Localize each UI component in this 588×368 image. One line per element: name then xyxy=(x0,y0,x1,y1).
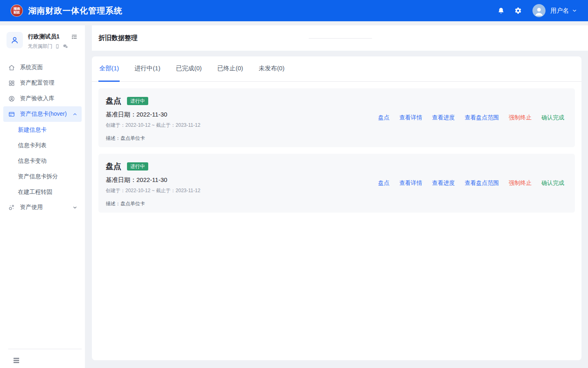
brand: 湖南 财政 湖南财政一体化管理系统 xyxy=(11,4,122,17)
task-card-info: 盘点 进行中 基准日期：2022-11-30 创建于：2022-10-12 ~ … xyxy=(106,96,200,140)
grid-icon xyxy=(8,80,15,87)
sidebar-item-asset-info-card[interactable]: 资产信息卡(hover) xyxy=(3,106,82,122)
sidebar-item-label: 资产使用 xyxy=(20,204,43,211)
action-view-details-link[interactable]: 查看详情 xyxy=(399,180,422,187)
sidebar-user-name: 行政测试员1 xyxy=(28,33,69,40)
submenu-item-info-card-split[interactable]: 资产信息卡拆分 xyxy=(0,168,85,184)
task-card-title: 盘点 xyxy=(106,161,121,172)
app-title: 湖南财政一体化管理系统 xyxy=(28,5,122,16)
task-card: 盘点 进行中 基准日期：2022-11-30 创建于：2022-10-12 ~ … xyxy=(98,154,575,213)
sidebar-user-dept-row: 无所属部门 xyxy=(28,43,69,50)
submenu-item-construction-transfer[interactable]: 在建工程转固 xyxy=(0,184,85,200)
sidebar-divider xyxy=(8,349,82,349)
submenu-item-new-info-card[interactable]: 新建信息卡 xyxy=(0,122,85,137)
task-card-list: 盘点 进行中 基准日期：2022-11-30 创建于：2022-10-12 ~ … xyxy=(92,82,581,226)
date-range: 创建于：2022-10-12 ~ 截止于：2023-11-12 xyxy=(106,187,200,194)
sidebar-submenu: 新建信息卡 信息卡列表 信息卡变动 资产信息卡拆分 在建工程转固 xyxy=(0,122,85,200)
logo-text-line1: 湖南 xyxy=(13,7,20,11)
status-tabs: 全部(1) 进行中(1) 已完成(0) 已终止(0) 未发布(0) xyxy=(92,56,581,82)
base-date: 基准日期：2022-11-30 xyxy=(106,111,200,119)
sidebar-collapse-hamburger-icon[interactable] xyxy=(13,358,19,364)
submenu-item-info-card-change[interactable]: 信息卡变动 xyxy=(0,153,85,168)
sidebar-item-label: 资产验收入库 xyxy=(20,95,54,102)
chevron-up-icon xyxy=(72,112,78,117)
sidebar-user-avatar-icon xyxy=(7,32,23,48)
action-confirm-complete-link[interactable]: 确认完成 xyxy=(541,114,564,121)
titlebar-divider xyxy=(309,38,372,39)
task-card: 盘点 进行中 基准日期：2022-11-30 创建于：2022-10-12 ~ … xyxy=(98,88,575,147)
sidebar-item-asset-config[interactable]: 资产配置管理 xyxy=(3,75,82,91)
tab-terminated[interactable]: 已终止(0) xyxy=(216,56,244,82)
action-view-progress-link[interactable]: 查看进度 xyxy=(432,180,455,187)
task-description: 描述：盘点单位卡 xyxy=(106,135,200,142)
action-view-scope-link[interactable]: 查看盘点范围 xyxy=(465,114,499,121)
wechat-icon xyxy=(62,43,69,49)
sidebar-item-label: 资产信息卡(hover) xyxy=(20,110,67,118)
action-force-terminate-link[interactable]: 强制终止 xyxy=(509,114,532,121)
mobile-phone-icon xyxy=(55,44,60,49)
notification-bell-icon[interactable] xyxy=(497,7,505,14)
dots-cluster-icon xyxy=(8,204,15,211)
top-header: 湖南 财政 湖南财政一体化管理系统 用户名 xyxy=(0,0,588,21)
chevron-down-icon[interactable] xyxy=(572,8,577,13)
task-card-title-row: 盘点 进行中 xyxy=(106,161,200,172)
sidebar: 行政测试员1 无所属部门 系统页面 xyxy=(0,25,85,368)
main-panel: 全部(1) 进行中(1) 已完成(0) 已终止(0) 未发布(0) 盘点 进行中… xyxy=(92,56,581,360)
sidebar-item-asset-usage[interactable]: 资产使用 xyxy=(3,200,82,215)
submenu-item-info-card-list[interactable]: 信息卡列表 xyxy=(0,137,85,153)
card-icon xyxy=(8,111,15,118)
action-view-scope-link[interactable]: 查看盘点范围 xyxy=(465,180,499,187)
sidebar-user-card: 行政测试员1 无所属部门 xyxy=(0,25,85,52)
sidebar-item-label: 系统页面 xyxy=(20,64,43,71)
page-title: 折旧数据整理 xyxy=(98,34,138,43)
action-view-details-link[interactable]: 查看详情 xyxy=(399,114,422,121)
tab-all[interactable]: 全部(1) xyxy=(98,56,120,82)
home-icon xyxy=(8,64,15,71)
org-list-icon[interactable] xyxy=(71,34,78,40)
topbar-right: 用户名 xyxy=(497,4,577,17)
action-force-terminate-link[interactable]: 强制终止 xyxy=(509,180,532,187)
sidebar-item-asset-acceptance[interactable]: 资产验收入库 xyxy=(3,91,82,106)
action-inventory-link[interactable]: 盘点 xyxy=(378,180,390,187)
tab-in-progress[interactable]: 进行中(1) xyxy=(134,56,161,82)
task-card-title: 盘点 xyxy=(106,96,121,106)
tab-completed[interactable]: 已完成(0) xyxy=(175,56,203,82)
app-logo-seal-icon: 湖南 财政 xyxy=(11,4,23,17)
task-card-info: 盘点 进行中 基准日期：2022-11-30 创建于：2022-10-12 ~ … xyxy=(106,161,200,205)
chevron-down-icon xyxy=(72,205,78,210)
status-badge: 进行中 xyxy=(127,97,148,105)
page-title-bar: 折旧数据整理 xyxy=(92,25,588,51)
user-avatar[interactable] xyxy=(532,4,546,17)
tab-unpublished[interactable]: 未发布(0) xyxy=(258,56,285,82)
app-root: 湖南 财政 湖南财政一体化管理系统 用户名 xyxy=(0,0,588,368)
settings-gear-icon[interactable] xyxy=(514,7,522,14)
status-badge: 进行中 xyxy=(127,162,148,171)
sidebar-item-label: 资产配置管理 xyxy=(20,79,54,87)
username-label[interactable]: 用户名 xyxy=(550,7,569,15)
task-card-actions: 盘点 查看详情 查看进度 查看盘点范围 强制终止 确认完成 xyxy=(378,180,564,187)
action-confirm-complete-link[interactable]: 确认完成 xyxy=(541,180,564,187)
sidebar-user-dept: 无所属部门 xyxy=(28,43,52,50)
task-description: 描述：盘点单位卡 xyxy=(106,200,200,207)
logo-text-line2: 财政 xyxy=(13,11,20,14)
sidebar-item-system-pages[interactable]: 系统页面 xyxy=(3,60,82,75)
date-range: 创建于：2022-10-12 ~ 截止于：2023-11-12 xyxy=(106,122,200,129)
action-inventory-link[interactable]: 盘点 xyxy=(378,114,390,121)
person-circle-icon xyxy=(8,95,15,102)
base-date: 基准日期：2022-11-30 xyxy=(106,176,200,184)
action-view-progress-link[interactable]: 查看进度 xyxy=(432,114,455,121)
sidebar-menu: 系统页面 资产配置管理 资产验收入库 资产信息卡(hover) xyxy=(0,60,85,215)
task-card-title-row: 盘点 进行中 xyxy=(106,96,200,106)
task-card-actions: 盘点 查看详情 查看进度 查看盘点范围 强制终止 确认完成 xyxy=(378,114,564,121)
sidebar-user-meta: 行政测试员1 无所属部门 xyxy=(28,32,69,50)
